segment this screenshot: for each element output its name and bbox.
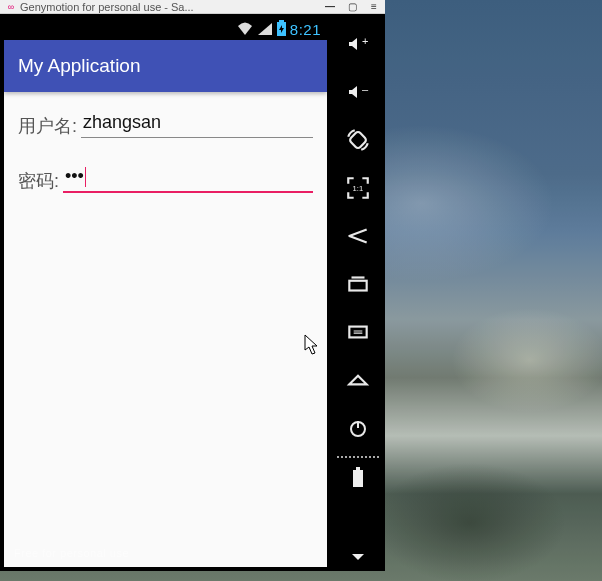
host-window-titlebar: ∞ Genymotion for personal use - Sa... — …	[0, 0, 385, 14]
watermark-text: Free for personal use	[14, 547, 129, 559]
username-row: 用户名: zhangsan	[18, 110, 313, 138]
password-row: 密码: •••	[18, 164, 313, 193]
app-bar: My Application	[4, 40, 327, 92]
svg-rect-4	[349, 281, 366, 291]
emulator-frame: 8:21 My Application 用户名: zhangsan 密码: ••…	[0, 14, 385, 571]
svg-rect-7	[353, 470, 363, 487]
genymotion-logo-icon: ∞	[6, 2, 16, 12]
pixel-ratio-button[interactable]: 1:1	[338, 164, 378, 212]
password-value: •••	[65, 166, 84, 186]
signal-icon	[257, 22, 273, 36]
window-maximize-button[interactable]: ▢	[341, 0, 363, 14]
back-button[interactable]	[338, 212, 378, 260]
username-value: zhangsan	[83, 112, 161, 132]
app-content: 用户名: zhangsan 密码: •••	[4, 92, 327, 237]
window-menu-button[interactable]: ≡	[363, 0, 385, 14]
volume-down-button[interactable]: –	[338, 68, 378, 116]
host-window-title: Genymotion for personal use - Sa...	[20, 1, 194, 13]
svg-rect-8	[356, 467, 360, 470]
text-cursor	[85, 167, 87, 187]
svg-text:+: +	[362, 35, 368, 47]
menu-button[interactable]	[338, 308, 378, 356]
sidebar-expand-button[interactable]	[338, 543, 378, 571]
app-title: My Application	[18, 55, 141, 77]
username-input[interactable]: zhangsan	[81, 110, 313, 138]
rotate-button[interactable]	[338, 116, 378, 164]
password-input[interactable]: •••	[63, 164, 313, 193]
status-clock: 8:21	[290, 21, 321, 38]
app-surface: My Application 用户名: zhangsan 密码: ••• Fre…	[4, 40, 327, 567]
battery-button[interactable]	[338, 458, 378, 498]
svg-rect-2	[349, 131, 367, 149]
volume-up-button[interactable]: +	[338, 20, 378, 68]
wifi-icon	[237, 22, 253, 36]
password-label: 密码:	[18, 169, 59, 193]
android-status-bar[interactable]: 8:21	[4, 18, 327, 40]
svg-rect-5	[349, 327, 366, 338]
recent-apps-button[interactable]	[338, 260, 378, 308]
power-button[interactable]	[338, 404, 378, 452]
svg-text:1:1: 1:1	[353, 184, 364, 193]
username-label: 用户名:	[18, 114, 77, 138]
window-minimize-button[interactable]: —	[319, 0, 341, 14]
svg-text:–: –	[362, 83, 369, 95]
device-screen: 8:21 My Application 用户名: zhangsan 密码: ••…	[0, 14, 331, 571]
battery-icon	[277, 22, 286, 36]
home-button[interactable]	[338, 356, 378, 404]
emulator-sidebar: + – 1:1	[331, 14, 385, 571]
